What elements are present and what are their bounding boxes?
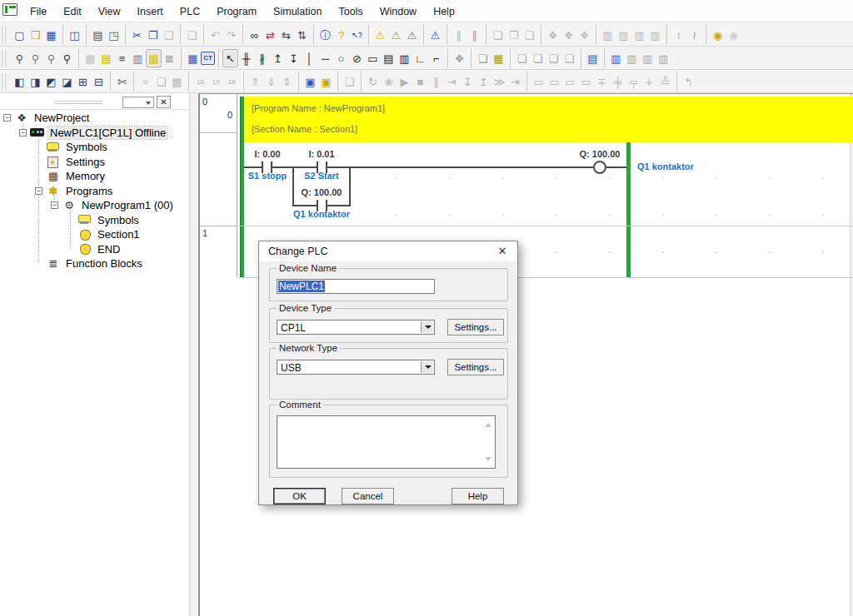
workspace-dropdown[interactable] [122,97,154,108]
device-name-input[interactable]: NewPLC1 [277,279,435,294]
compare-with-plc-icon[interactable]: ❑ [521,26,537,44]
chevron-down-icon[interactable] [421,321,433,333]
menu-insert[interactable]: Insert [129,6,172,17]
online-pause-1-icon[interactable]: ∥ [451,26,466,44]
net-node-5-icon[interactable]: ╩ [657,72,673,91]
work-online-2-icon[interactable]: ❖ [561,26,576,44]
network-type-combo[interactable]: USB [277,360,435,375]
expand-toggle[interactable]: − [35,187,42,195]
view-window-2-icon[interactable]: ◨ [27,72,43,91]
tree-item-memory[interactable]: ▦Memory [0,169,189,184]
help-icon[interactable]: ? [333,26,349,44]
sim-step-run-icon[interactable]: ⇥ [444,72,460,91]
menu-edit[interactable]: Edit [55,6,90,17]
watch-stack-icon[interactable]: ▤ [585,49,601,67]
window-monitor-1-icon[interactable]: ▣ [302,72,318,91]
save-icon[interactable]: ▦ [43,26,59,44]
io-table-1-icon[interactable]: ▥ [600,26,616,44]
sim-pause-icon[interactable]: ∥ [428,72,444,91]
tree-item-programs[interactable]: −✱Programs [0,184,189,199]
rung-comment-view-icon[interactable]: ▥ [624,49,640,67]
hex-monitor-icon[interactable]: 16 [224,72,240,91]
io-table-4-icon[interactable]: ▥ [647,26,663,44]
new-horizontal-line-icon[interactable]: ─ [317,49,333,67]
show-grid-icon[interactable]: ▦ [82,49,98,67]
dock-grip[interactable] [54,101,102,104]
view-window-5-icon[interactable]: ⊞ [75,72,91,91]
new-instruction-3-icon[interactable]: ▥ [397,49,412,67]
sim-run-icon[interactable]: ▶ [397,72,412,91]
edit-cell-2-icon[interactable]: ❏ [530,49,546,67]
zoom-in-icon[interactable]: ⚲ [12,49,27,67]
workspace-tree-icon[interactable]: ≣ [162,49,177,67]
search-document-icon[interactable]: ◫ [67,26,82,44]
menu-window[interactable]: Window [372,6,425,17]
new-or-contact-down-icon[interactable]: ↧ [286,49,302,67]
mnemonics-list-icon[interactable]: ≡ [114,49,130,67]
view-window-1-icon[interactable]: ◧ [12,72,27,91]
sim-scan-icon[interactable]: ↻ [365,72,381,91]
network-type-settings-button[interactable]: Settings... [447,359,504,375]
retrace-search-icon[interactable]: ⇅ [294,26,310,44]
find-in-project-icon[interactable]: ✄ [114,72,130,91]
view-window-6-icon[interactable]: ⊟ [91,72,107,91]
program-calendar-icon[interactable]: ▦ [491,49,506,67]
find-icon[interactable]: ∞ [247,26,262,44]
rack-2-icon[interactable]: ▭ [546,72,562,91]
device-type-combo[interactable]: CP1L [277,320,435,335]
copy-icon[interactable]: ❐ [145,26,161,44]
menu-file[interactable]: File [22,6,55,17]
tree-item-program-symbols[interactable]: Symbols [0,213,189,228]
new-instruction-1-icon[interactable]: ▭ [365,49,381,67]
plc-clock-icon[interactable]: ❖ [451,49,467,67]
comment-textarea[interactable] [277,415,496,469]
zoom-100-icon[interactable]: ⚲ [59,49,75,67]
zoom-region-icon[interactable]: ⚲ [43,49,59,67]
menu-plc[interactable]: PLC [172,6,208,17]
find-bit-addresses-icon[interactable]: ⇆ [278,26,294,44]
compile-program-icon[interactable]: ⚠ [372,26,388,44]
sim-step-out-icon[interactable]: ↥ [476,72,491,91]
decimal-monitor-2-icon[interactable]: 10 [208,72,224,91]
io-table-2-icon[interactable]: ▥ [616,26,631,44]
net-node-1-icon[interactable]: ∓ [594,72,610,91]
new-closed-coil-icon[interactable]: ⊘ [349,49,365,67]
split-window-icon[interactable]: ▥ [130,49,146,67]
undo-icon[interactable]: ↶ [207,26,223,44]
line-corner-icon[interactable]: ∟ [412,49,428,67]
close-icon[interactable]: ✕ [157,96,171,108]
redo-icon[interactable]: ↷ [223,26,239,44]
net-node-2-icon[interactable]: ╪ [610,72,626,91]
symbols-pane-icon[interactable]: ▤ [146,49,162,67]
transfer-warning-icon[interactable]: ⚠ [427,26,443,44]
force-values-icon[interactable]: ⇕ [279,72,295,91]
tree-item-settings[interactable]: Settings [0,155,189,170]
device-type-settings-button[interactable]: Settings... [447,319,504,335]
paste-attributes-icon[interactable]: ❑ [184,26,200,44]
search-warning-icon[interactable]: ⚠ [404,26,420,44]
chevron-down-icon[interactable] [421,361,433,373]
set-value-down-icon[interactable]: ⇓ [263,72,279,91]
cancel-button[interactable]: Cancel [342,488,394,504]
open-file-icon[interactable]: ❒ [27,26,43,44]
compile-all-programs-icon[interactable]: ⚠ [388,26,404,44]
print-icon[interactable]: ▤ [90,26,106,44]
tree-item-newprogram1[interactable]: −⚙NewProgram1 (00) [0,198,189,213]
paste-icon[interactable]: ❑ [161,26,177,44]
close-icon[interactable]: ✕ [495,244,510,259]
context-help-icon[interactable]: ↖? [349,26,365,44]
program-check-icon[interactable]: ❏ [475,49,491,67]
menu-help[interactable]: Help [425,6,463,17]
expand-toggle[interactable]: − [51,201,58,209]
zoom-out-icon[interactable]: ⚲ [27,49,43,67]
rung-annotation-view-icon[interactable]: ▥ [640,49,656,67]
expand-toggle[interactable]: − [3,114,11,122]
sim-continuous-icon[interactable]: ≫ [491,72,507,91]
cross-reference-icon[interactable]: CT [201,52,215,65]
scroll-up-icon[interactable] [485,423,491,427]
new-contact-icon[interactable]: ╫ [238,49,254,67]
monitor-2-icon[interactable]: ≀ [686,26,702,44]
net-node-3-icon[interactable]: ╤ [626,72,641,91]
io-comment-view-icon[interactable]: ▥ [608,49,624,67]
lock-ud-icon[interactable]: ◉ [710,26,726,44]
